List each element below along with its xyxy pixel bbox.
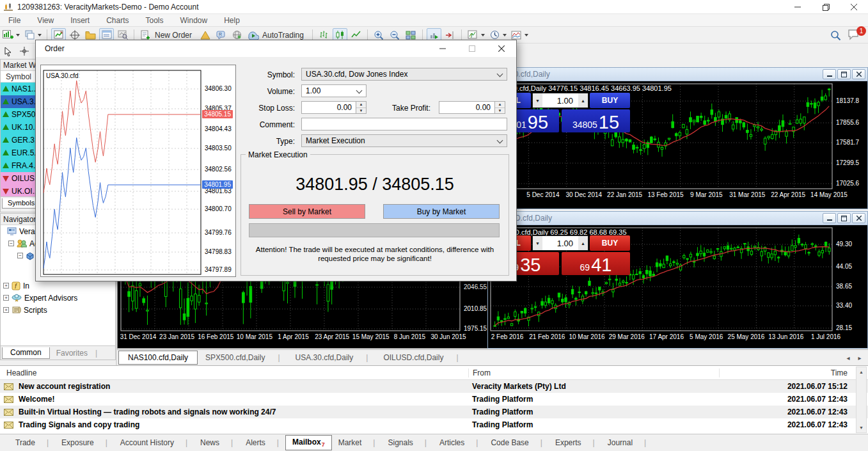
chart-close-icon[interactable] [852,69,865,79]
buy-button[interactable]: BUY [590,93,630,108]
menu-item[interactable]: File [0,16,29,25]
stop-loss-spinner[interactable]: ▲▼ [356,102,366,113]
new-chart-icon[interactable] [1,28,15,42]
tab-scroll-left-icon[interactable]: ◂ [844,352,853,363]
autotrading-label[interactable]: AutoTrading [262,31,304,40]
buy-price[interactable]: 3480515 [562,109,630,132]
terminal-tab[interactable]: Market [332,436,382,450]
menu-item[interactable]: Insert [62,16,98,25]
tab-favorites[interactable]: Favorites [50,347,104,359]
buy-price[interactable]: 6941 [562,252,630,275]
chart-tab[interactable]: OILUSD.cfd,Daily [375,351,466,364]
terminal-tab[interactable]: Code Base [484,436,549,450]
column-headline[interactable]: Headline [0,368,468,377]
dialog-maximize-icon[interactable] [457,40,487,57]
chart-restore-icon[interactable] [837,213,851,223]
mail-time: 2021.06.07 12:43 [719,407,868,416]
cursor-icon[interactable] [1,44,15,58]
buy-by-market-button[interactable]: Buy by Market [383,204,500,219]
menu-item[interactable]: Tools [138,16,172,25]
usa30-window-title[interactable]: USA.30.cfd,Daily [488,68,867,81]
terminal-tab[interactable]: Trade [9,436,55,450]
new-chart-caret[interactable] [16,34,20,36]
type-select[interactable]: Market Execution [301,134,507,147]
notifications-icon[interactable]: 1 [848,29,862,42]
menu-item[interactable]: Charts [98,16,137,25]
terminal-tab[interactable]: Journal [601,436,652,450]
expand-icon[interactable]: + [3,295,9,301]
buy-button[interactable]: BUY [590,235,630,251]
crosshair-tool-icon[interactable] [17,44,31,58]
stop-loss-input[interactable]: 0.00▲▼ [301,101,367,114]
chart-minimize-icon[interactable] [823,69,836,79]
indicators-caret[interactable] [481,34,485,36]
mailbox-scrollbar[interactable]: ▲ ▼ [856,367,867,433]
navigator-item-expert-advisors[interactable]: + Expert Advisors [1,292,115,304]
terminal-tab[interactable]: News [194,436,239,450]
chart-tab[interactable]: NAS100.cfd,Daily [118,351,198,365]
volume-decrease-button[interactable]: ▼ [533,236,542,250]
terminal-tab[interactable]: Exposure [55,436,114,450]
mail-row[interactable]: New account registration Veracity Market… [0,380,868,393]
svg-text:38.65: 38.65 [836,283,852,290]
take-profit-spinner[interactable]: ▲▼ [494,102,505,113]
attention-text: Attention! The trade will be executed at… [244,245,506,263]
chart-tab[interactable]: USA.30.cfd,Daily [288,351,376,364]
terminal-tab[interactable]: Alerts [239,436,285,450]
terminal-tab[interactable]: Account History [114,436,194,450]
envelope-icon [4,383,13,390]
spin-up-icon: ▲ [495,102,505,108]
profiles-caret[interactable] [38,34,42,36]
window-close-button[interactable] [840,0,868,14]
oilusd-chart-area[interactable]: 49.3044.0538.6533.4028.152 Feb 201621 Fe… [488,225,867,348]
column-from[interactable]: From [468,368,719,377]
new-order-label[interactable]: New Order [155,31,192,40]
menu-item[interactable]: Window [172,16,216,25]
mail-from: Veracity Markets (Pty) Ltd [468,382,719,391]
terminal-tab[interactable]: Experts [549,436,601,450]
navigator-item-scripts[interactable]: + Scripts [1,304,115,316]
collapse-icon[interactable]: − [17,253,23,258]
sell-by-market-button[interactable]: Sell by Market [249,204,365,219]
terminal-tab[interactable]: Signals [381,436,432,450]
chart-tab[interactable]: SPX500.cfd,Daily [198,351,288,364]
templates-caret[interactable] [525,34,528,36]
window-minimize-button[interactable] [784,0,812,14]
take-profit-input[interactable]: 0.00▲▼ [439,101,505,114]
volume-value[interactable]: 1.00 [542,93,578,107]
volume-increase-button[interactable]: ▲ [578,93,588,107]
menu-item[interactable]: View [29,16,62,25]
chart-minimize-icon[interactable] [823,213,836,223]
menu-item[interactable]: Help [216,16,248,25]
mail-row[interactable]: Trading Signals and copy trading Trading… [0,418,868,431]
timeframes-caret[interactable] [503,34,507,36]
usa30-chart-area[interactable]: 18137.817855.617581.717299.517025.620145… [488,81,867,209]
mail-row[interactable]: Welcome! Trading Platform 2021.06.07 12:… [0,393,868,406]
expand-icon[interactable]: + [3,307,9,313]
terminal-tab[interactable]: Articles [433,436,484,450]
search-icon[interactable] [830,30,841,41]
tab-common[interactable]: Common [2,347,50,359]
svg-text:R: R [219,32,222,36]
chart-restore-icon[interactable] [837,69,851,79]
chart-close-icon[interactable] [852,213,865,223]
volume-value[interactable]: 1.00 [542,236,578,250]
terminal-tab[interactable]: Mailbox7 [285,435,332,450]
symbol-select[interactable]: USA.30.cfd, Dow Jones Index [301,68,507,81]
mail-row[interactable]: Built-in Virtual Hosting — trading robot… [0,406,868,418]
volume-select[interactable]: 1.00 [301,84,367,97]
oilusd-window-title[interactable]: OILUSD.cfd,Daily [488,212,867,225]
svg-text:30 Dec 2014: 30 Dec 2014 [565,191,602,198]
column-time[interactable]: Time [719,368,868,377]
window-restore-button[interactable] [812,0,840,14]
expand-icon[interactable]: + [3,283,9,289]
tab-scroll-right-icon[interactable]: ▸ [855,352,864,363]
comment-input[interactable] [301,118,507,131]
scroll-down-icon[interactable]: ▼ [856,423,866,432]
dialog-minimize-icon[interactable] [428,40,457,57]
scroll-up-icon[interactable]: ▲ [856,367,866,377]
volume-decrease-button[interactable]: ▼ [533,93,542,107]
collapse-icon[interactable]: − [8,241,14,246]
dialog-close-icon[interactable] [487,40,516,57]
volume-increase-button[interactable]: ▲ [578,236,588,250]
